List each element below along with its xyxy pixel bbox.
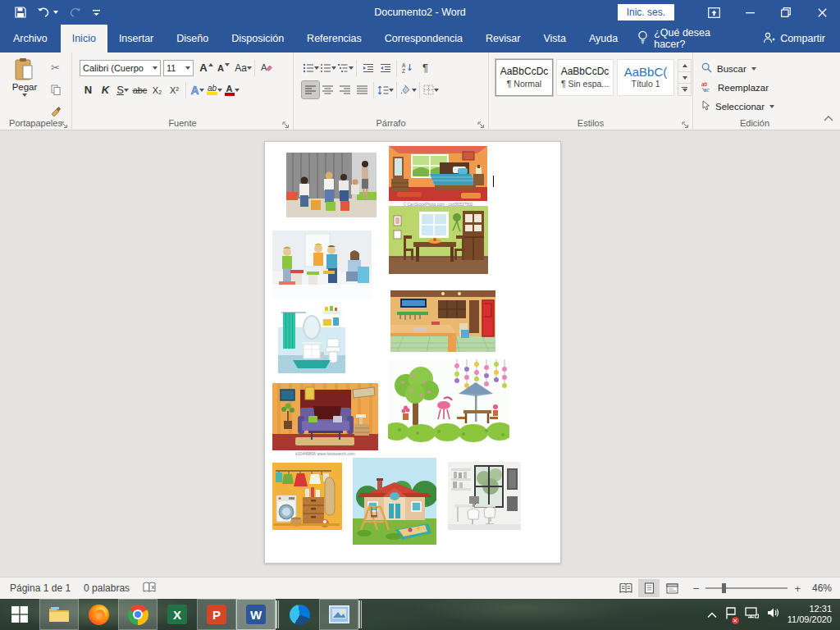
- font-size-combobox[interactable]: 11: [163, 60, 194, 76]
- select-button[interactable]: Seleccionar: [701, 98, 816, 114]
- multilevel-list-button[interactable]: [336, 59, 354, 76]
- borders-button[interactable]: [422, 81, 440, 98]
- tab-revisar[interactable]: Revisar: [474, 25, 532, 52]
- align-center-button[interactable]: [319, 81, 336, 98]
- image-home-office-photo[interactable]: [448, 462, 521, 530]
- read-mode-button[interactable]: [615, 579, 637, 597]
- taskbar-chrome[interactable]: [118, 599, 158, 630]
- clock[interactable]: 12:31 11/09/2020: [788, 604, 832, 625]
- zoom-level[interactable]: 46%: [802, 582, 832, 594]
- tab-referencias[interactable]: Referencias: [295, 25, 373, 52]
- clear-formatting-button[interactable]: A: [258, 59, 275, 76]
- taskbar-file-explorer[interactable]: [39, 599, 79, 630]
- collapse-ribbon-icon[interactable]: [824, 110, 833, 125]
- fuente-dialog-launcher[interactable]: [281, 118, 290, 127]
- grow-font-button[interactable]: A: [198, 59, 215, 76]
- taskbar-word[interactable]: W: [236, 599, 276, 630]
- close-button[interactable]: [804, 0, 840, 25]
- taskbar-edge[interactable]: [280, 599, 319, 630]
- decrease-indent-button[interactable]: [359, 59, 377, 76]
- change-case-button[interactable]: Aa: [235, 59, 252, 76]
- image-bathroom-clipart[interactable]: [278, 306, 345, 373]
- zoom-out-button[interactable]: −: [692, 582, 699, 595]
- italic-button[interactable]: K: [97, 81, 114, 98]
- tab-insertar[interactable]: Insertar: [107, 25, 165, 52]
- superscript-button[interactable]: X²: [166, 81, 183, 98]
- tab-diseno[interactable]: Diseño: [165, 25, 220, 52]
- bold-button[interactable]: N: [80, 81, 97, 98]
- document-page[interactable]: © CanStockPhoto.com - csp56537502: [264, 141, 561, 564]
- style-normal[interactable]: AaBbCcDc ¶ Normal: [495, 59, 553, 96]
- shrink-font-button[interactable]: A: [215, 59, 232, 76]
- estilos-dialog-launcher[interactable]: [681, 118, 690, 127]
- sort-button[interactable]: AZ: [399, 59, 417, 76]
- highlight-button[interactable]: ab: [206, 81, 223, 98]
- image-kids-playing-photo[interactable]: [272, 231, 372, 299]
- taskbar-photos[interactable]: [319, 599, 358, 630]
- zoom-slider[interactable]: [705, 587, 788, 589]
- strikethrough-button[interactable]: abc: [131, 81, 148, 98]
- increase-indent-button[interactable]: [377, 59, 394, 76]
- tray-chevron-icon[interactable]: [707, 607, 717, 622]
- tell-me-box[interactable]: ¿Qué desea hacer?: [629, 25, 748, 52]
- restore-button[interactable]: [768, 0, 804, 25]
- tray-security-flag-icon[interactable]: ✕: [725, 607, 737, 623]
- text-effects-button[interactable]: A: [189, 81, 206, 98]
- tab-ayuda[interactable]: Ayuda: [578, 25, 629, 52]
- word-count[interactable]: 0 palabras: [84, 582, 130, 594]
- share-button[interactable]: Compartir: [748, 25, 840, 52]
- taskbar-powerpoint[interactable]: P: [197, 599, 236, 630]
- tab-correspondencia[interactable]: Correspondencia: [373, 25, 474, 52]
- parrafo-dialog-launcher[interactable]: [477, 118, 486, 127]
- zoom-slider-thumb[interactable]: [722, 583, 726, 593]
- tab-vista[interactable]: Vista: [532, 25, 578, 52]
- align-left-button[interactable]: [302, 81, 319, 98]
- style-titulo-1[interactable]: AaBbC( Título 1: [617, 59, 674, 96]
- tab-archivo[interactable]: Archivo: [0, 25, 61, 52]
- save-icon[interactable]: [15, 7, 26, 18]
- cut-icon[interactable]: ✂: [47, 59, 64, 76]
- image-dining-room-clipart[interactable]: [389, 206, 488, 274]
- font-name-combobox[interactable]: Calibri (Cuerpo: [80, 60, 161, 76]
- tray-network-icon[interactable]: [745, 607, 759, 622]
- ribbon-display-options-button[interactable]: [696, 0, 732, 25]
- customize-quick-access-icon[interactable]: [92, 8, 101, 17]
- styles-gallery-scrollbar[interactable]: [678, 59, 692, 96]
- find-button[interactable]: Buscar: [701, 61, 816, 76]
- subscript-button[interactable]: X₂: [148, 81, 166, 98]
- image-kitchen-clipart[interactable]: [390, 290, 495, 352]
- start-button[interactable]: [0, 599, 39, 630]
- tab-inicio[interactable]: Inicio: [61, 25, 107, 52]
- replace-button[interactable]: abac Reemplazar: [701, 80, 816, 95]
- sign-in-button[interactable]: Inic. ses.: [618, 4, 674, 21]
- proofing-icon[interactable]: [143, 582, 157, 596]
- underline-button[interactable]: S: [114, 81, 131, 98]
- shading-button[interactable]: [399, 81, 417, 98]
- bullets-button[interactable]: [302, 59, 319, 76]
- align-right-button[interactable]: [336, 81, 354, 98]
- image-living-room-clipart[interactable]: [272, 383, 378, 450]
- tray-volume-icon[interactable]: [767, 607, 779, 622]
- print-layout-button[interactable]: [638, 579, 660, 597]
- page-indicator[interactable]: Página 1 de 1: [10, 582, 71, 594]
- font-color-button[interactable]: A: [223, 81, 240, 98]
- image-bedroom-clipart[interactable]: [389, 146, 487, 201]
- taskbar-firefox[interactable]: [79, 599, 118, 630]
- taskbar-excel[interactable]: X: [158, 599, 197, 630]
- web-layout-button[interactable]: [661, 579, 682, 597]
- numbering-button[interactable]: [319, 59, 336, 76]
- image-laundry-room-clipart[interactable]: [272, 463, 342, 530]
- style-sin-espaciado[interactable]: AaBbCcDc ¶ Sin espa...: [556, 59, 614, 96]
- minimize-button[interactable]: [732, 0, 768, 25]
- image-garden-clipart[interactable]: [388, 359, 509, 442]
- document-area[interactable]: © CanStockPhoto.com - csp56537502: [0, 131, 840, 577]
- image-kids-classroom-photo[interactable]: [286, 153, 377, 217]
- justify-button[interactable]: [354, 81, 371, 98]
- copy-icon[interactable]: [47, 81, 64, 98]
- zoom-in-button[interactable]: +: [794, 582, 801, 595]
- paste-button[interactable]: Pegar: [7, 57, 43, 97]
- tab-disposicion[interactable]: Disposición: [220, 25, 295, 52]
- line-spacing-button[interactable]: [377, 81, 394, 98]
- undo-caret[interactable]: [53, 11, 58, 14]
- portapapeles-dialog-launcher[interactable]: [60, 118, 69, 127]
